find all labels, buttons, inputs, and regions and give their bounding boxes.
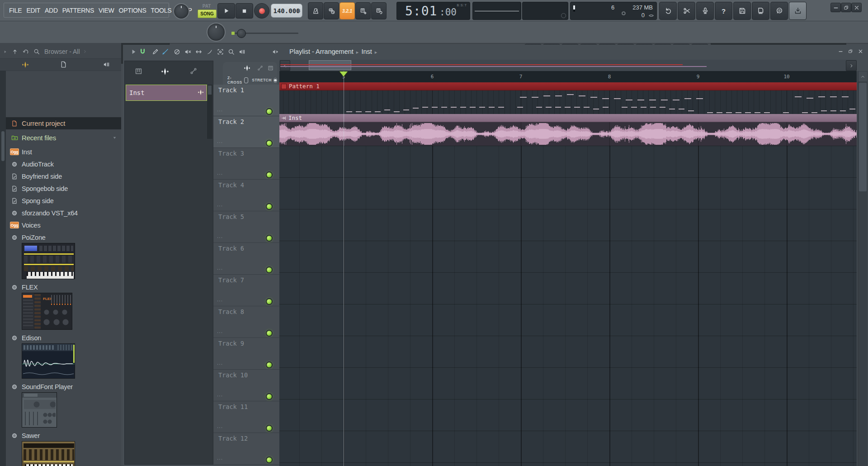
save-new-version-button[interactable]	[752, 2, 769, 20]
playlist-focus-icon[interactable]	[272, 48, 279, 55]
track-led[interactable]	[266, 203, 273, 210]
playback-tool-icon[interactable]	[239, 48, 245, 55]
browser-expand-icon[interactable]	[3, 50, 7, 54]
track-led[interactable]	[266, 330, 273, 337]
picker-clip-inst[interactable]: Inst	[126, 85, 207, 101]
browser-item-soundfont-player[interactable]: SoundFont Player	[6, 380, 121, 393]
breadcrumb-current[interactable]: Inst	[361, 48, 372, 55]
browser-item-edison[interactable]: Edison	[6, 332, 121, 344]
countdown-before-recording-button[interactable]: 3.2.1	[340, 2, 355, 19]
track-led[interactable]	[266, 298, 273, 305]
track-header-1[interactable]: Track 1...	[213, 85, 279, 116]
playlist-close-button[interactable]	[856, 48, 864, 55]
expand-icon[interactable]	[130, 48, 137, 55]
browser-up-icon[interactable]	[12, 48, 18, 55]
track-options[interactable]: ...	[217, 265, 223, 271]
browser-item-sforzando-vst-x64[interactable]: sforzando VST_x64	[6, 207, 121, 219]
timeline-ruler[interactable]: 5678910	[279, 71, 857, 83]
track-name[interactable]: Track 2	[218, 118, 244, 125]
browser-search-icon[interactable]	[33, 48, 40, 55]
track-name[interactable]: Track 7	[218, 276, 244, 284]
picker-scrollbar[interactable]	[207, 85, 212, 139]
track-led[interactable]	[266, 361, 273, 368]
automation-tab-icon[interactable]	[257, 65, 263, 71]
track-header-10[interactable]: Track 10...	[213, 370, 279, 401]
browser-item-sawer[interactable]: Sawer	[6, 429, 121, 442]
help-button[interactable]: ?	[715, 2, 732, 20]
record-audio-button[interactable]	[696, 2, 714, 20]
browser-item-spong-side[interactable]: Spong side	[6, 195, 121, 207]
track-header-7[interactable]: Track 7...	[213, 275, 279, 306]
browser-section-recent-files[interactable]: Recent files	[6, 132, 121, 144]
oscilloscope-panel[interactable]	[472, 2, 521, 20]
wait-for-input-button[interactable]	[324, 2, 339, 19]
track-options[interactable]: ...	[217, 233, 223, 239]
track-header-4[interactable]: Track 4...	[213, 180, 279, 211]
shuffle-slider[interactable]	[231, 33, 298, 34]
menu-item-edit[interactable]: EDIT	[24, 7, 42, 14]
track-name[interactable]: Track 10	[218, 371, 248, 379]
browser-item-voices[interactable]: OggVoices	[6, 219, 121, 231]
browser-nav-label[interactable]: Browser - All	[44, 48, 80, 55]
poizone-plugin-thumbnail[interactable]	[22, 243, 75, 279]
track-options[interactable]: ...	[217, 296, 223, 303]
tempo-spinner[interactable]	[297, 9, 301, 13]
playlist-maximize-button[interactable]	[846, 48, 854, 55]
cpu-memory-panel[interactable]: 6 237 MB 0	[570, 2, 657, 20]
tempo-display[interactable]: 140.000	[271, 4, 302, 18]
track-led[interactable]	[266, 108, 273, 115]
playhead-marker[interactable]	[340, 71, 348, 76]
audio-clip-titlebar[interactable]: Inst	[279, 114, 857, 122]
track-header-3[interactable]: Track 3...	[213, 148, 279, 180]
track-name[interactable]: Track 12	[218, 435, 248, 442]
collapse-icon[interactable]	[113, 136, 117, 140]
track-led[interactable]	[266, 235, 273, 242]
main-volume-knob[interactable]	[207, 23, 226, 42]
play-button[interactable]	[217, 3, 235, 19]
slider-thumb[interactable]	[237, 29, 246, 38]
loop-record-button[interactable]	[355, 2, 371, 19]
stretch-radio[interactable]	[274, 78, 277, 83]
feedback-button[interactable]	[770, 2, 788, 20]
audio-tab-icon[interactable]	[244, 65, 250, 71]
track-header-8[interactable]: Track 8...	[213, 306, 279, 338]
track-led[interactable]	[266, 456, 273, 463]
track-options[interactable]: ...	[217, 455, 223, 461]
export-button[interactable]	[789, 2, 807, 20]
track-name[interactable]: Track 6	[218, 245, 244, 252]
track-header-12[interactable]: Track 12...	[213, 433, 279, 465]
flex-plugin-thumbnail[interactable]: FLEX	[22, 293, 72, 330]
track-header-11[interactable]: Track 11...	[213, 401, 279, 433]
track-header-9[interactable]: Track 9...	[213, 338, 279, 370]
breadcrumb-root[interactable]: Playlist - Arrangement	[289, 48, 354, 55]
step-edit-button[interactable]	[371, 2, 387, 19]
track-options[interactable]: ...	[217, 138, 223, 144]
draw-tool-icon[interactable]	[152, 48, 159, 55]
picker-tab-audio-icon[interactable]	[161, 67, 169, 76]
snap-magnet-icon[interactable]	[139, 48, 146, 55]
picker-tab-automation-icon[interactable]	[190, 67, 197, 75]
window-minimize-button[interactable]	[830, 3, 841, 12]
picker-tab-patterns-icon[interactable]	[135, 67, 142, 75]
track-name[interactable]: Track 5	[218, 213, 244, 220]
menu-item-patterns[interactable]: PATTERNS	[60, 7, 96, 14]
playlist-minimize-button[interactable]	[836, 48, 844, 55]
main-pitch-knob[interactable]	[173, 3, 189, 19]
track-options[interactable]: ...	[217, 106, 223, 113]
spectrum-panel[interactable]	[522, 2, 568, 20]
menu-item-tools[interactable]: TOOLS	[148, 7, 174, 14]
scroll-left-button[interactable]	[280, 60, 290, 71]
metronome-button[interactable]	[308, 2, 323, 19]
slip-tool-icon[interactable]	[195, 48, 202, 55]
browser-back-icon[interactable]	[23, 48, 29, 55]
track-led[interactable]	[266, 171, 273, 178]
browser-tab-sounds-icon[interactable]	[22, 61, 29, 68]
cut-button[interactable]	[678, 2, 695, 20]
time-display-panel[interactable]: 5:01 :00 B:S:T	[396, 2, 470, 20]
soundfont-plugin-thumbnail[interactable]	[22, 392, 57, 428]
browser-item-audiotrack[interactable]: AudioTrack	[6, 158, 121, 170]
browser-section-current-project[interactable]: Current project	[6, 117, 121, 129]
track-led[interactable]	[266, 393, 273, 400]
menu-item-view[interactable]: VIEW	[96, 7, 117, 14]
playlist-overview-scrollbar[interactable]	[279, 60, 857, 71]
